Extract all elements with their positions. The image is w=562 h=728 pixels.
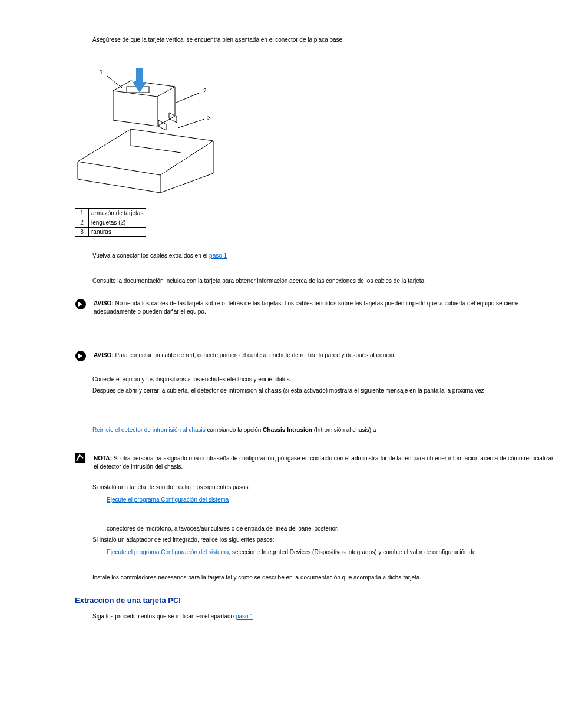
step-intromision: Después de abrir y cerrar la cubierta, e… xyxy=(92,386,558,395)
aviso-label: AVISO: xyxy=(94,300,115,307)
heading-extraccion-pci: Extracción de una tarjeta PCI xyxy=(75,596,558,605)
link-paso1[interactable]: paso 1 xyxy=(209,252,227,259)
link-paso1[interactable]: paso 1 xyxy=(236,613,253,620)
substep-ejecute-sonido: Ejecute el programa Configuración del si… xyxy=(107,495,558,504)
link-reinicie-detector[interactable]: Reinicie el detector de intromisión al c… xyxy=(92,427,206,433)
step-instale: Instale los controladores necesarios par… xyxy=(92,573,558,582)
step-consulte: Consulte la documentación incluida con l… xyxy=(92,276,558,285)
callout-label: armazón de tarjetas xyxy=(89,209,146,218)
diagram-callout-2: 2 xyxy=(203,88,207,94)
text: Vuelva a conectar los cables extraídos e… xyxy=(92,252,209,259)
callout-label: ranuras xyxy=(89,228,146,237)
option-name: Chassis Intrusion xyxy=(263,427,312,433)
aviso-no-cables: AVISO: No tienda los cables de las tarje… xyxy=(75,299,558,316)
table-row: 1 armazón de tarjetas xyxy=(75,209,146,218)
svg-line-3 xyxy=(178,119,204,128)
notice-icon xyxy=(75,298,89,311)
callout-label: lengüetas (2) xyxy=(89,218,146,228)
svg-rect-4 xyxy=(136,68,143,82)
substep-ejecute-red: Ejecute el programa Configuración del si… xyxy=(107,548,558,556)
callout-num: 2 xyxy=(75,218,89,228)
step-reinicie: Reinicie el detector de intromisión al c… xyxy=(92,426,558,434)
callout-num: 1 xyxy=(75,209,89,218)
svg-rect-10 xyxy=(75,453,85,463)
svg-line-2 xyxy=(176,93,200,103)
text: Siga los procedimientos que se indican e… xyxy=(92,613,236,620)
link-config-sistema[interactable]: Ejecute el programa Configuración del si… xyxy=(107,549,229,555)
document-page: Asegúrese de que la tarjeta vertical se … xyxy=(4,0,558,647)
nota-text: Si otra persona ha asignado una contrase… xyxy=(94,455,553,470)
step-conecte: Conecte el equipo y los dispositivos a l… xyxy=(92,375,558,384)
aviso-text: Para conectar un cable de red, conecte p… xyxy=(115,352,395,358)
substep-conectores: conectores de micrófono, altavoces/auric… xyxy=(107,524,558,533)
text: cambiando la opción xyxy=(206,427,263,433)
riser-cage-diagram: 1 2 3 xyxy=(75,58,216,194)
text: , seleccione Integrated Devices (Disposi… xyxy=(229,549,475,555)
nota-label: NOTA: xyxy=(94,455,114,462)
step-asegurese: Asegúrese de que la tarjeta vertical se … xyxy=(92,35,558,44)
diagram-callout-3: 3 xyxy=(207,115,211,121)
svg-line-1 xyxy=(107,76,122,88)
text: (Intromisión al chasis) a xyxy=(312,427,376,433)
step-extraccion: Siga los procedimientos que se indican e… xyxy=(92,612,558,621)
notice-icon xyxy=(75,350,89,363)
aviso-cable-red: AVISO: Para conectar un cable de red, co… xyxy=(75,351,558,363)
callout-num: 3 xyxy=(75,228,89,237)
aviso-text: No tienda los cables de las tarjeta sobr… xyxy=(94,300,518,315)
aviso-label: AVISO: xyxy=(94,352,115,358)
nota-password: NOTA: Si otra persona ha asignado una co… xyxy=(75,454,558,471)
table-row: 3 ranuras xyxy=(75,228,146,237)
note-icon xyxy=(75,453,89,464)
step-sonido: Si instaló una tarjeta de sonido, realic… xyxy=(92,483,558,492)
table-row: 2 lengüetas (2) xyxy=(75,218,146,228)
callout-table: 1 armazón de tarjetas 2 lengüetas (2) 3 … xyxy=(75,208,146,237)
diagram-callout-1: 1 xyxy=(100,69,103,75)
link-config-sistema[interactable]: Ejecute el programa Configuración del si… xyxy=(107,496,229,503)
step-red: Si instaló un adaptador de red integrado… xyxy=(92,535,558,544)
step-reconnect: Vuelva a conectar los cables extraídos e… xyxy=(92,251,558,260)
